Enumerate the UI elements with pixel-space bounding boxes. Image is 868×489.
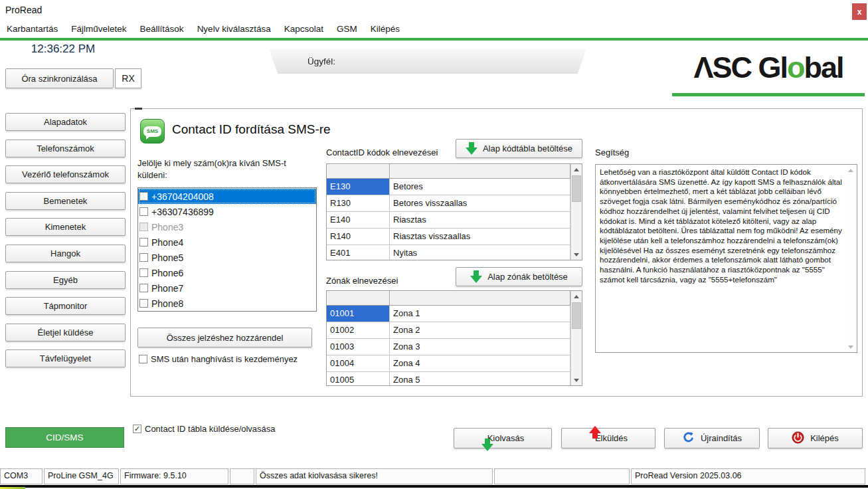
client-label: Ügyfél: bbox=[307, 56, 335, 66]
scroll-down-button[interactable] bbox=[845, 342, 856, 352]
menu-item-gsm[interactable]: GSM bbox=[330, 20, 364, 38]
phone-label: Phone5 bbox=[151, 252, 183, 263]
scrollbar-thumb[interactable] bbox=[572, 175, 581, 202]
phone-list-item[interactable]: Phone3 bbox=[138, 219, 316, 235]
table-row[interactable]: 01005Zona 5 bbox=[327, 372, 570, 385]
scroll-up-button[interactable] bbox=[571, 291, 582, 302]
name-cell[interactable]: Zona 4 bbox=[390, 355, 570, 372]
phone-list-item[interactable]: Phone6 bbox=[138, 265, 316, 280]
assign-all-button[interactable]: Összes jelzéshez hozzárendel bbox=[137, 328, 312, 347]
footer-button-újraindítás[interactable]: Újraindítás bbox=[664, 428, 760, 448]
sidebar-item-távfelügyelet[interactable]: Távfelügyelet bbox=[5, 349, 126, 367]
clock-sync-button[interactable]: Óra szinkronizálása bbox=[5, 68, 114, 88]
cid-codes-table[interactable]: E130BetoresR130Betores visszaallasE140Ri… bbox=[326, 163, 582, 260]
menu-item-beállítások[interactable]: Beállítások bbox=[133, 20, 191, 38]
phone-list-item[interactable]: +36307436899 bbox=[138, 204, 316, 219]
load-default-codes-button[interactable]: Alap kódtábla betöltése bbox=[456, 139, 582, 158]
phone-list-item[interactable]: Phone8 bbox=[138, 296, 316, 311]
name-cell[interactable]: Nyitas bbox=[390, 245, 570, 260]
code-cell[interactable]: 01002 bbox=[327, 322, 390, 339]
sidebar-item-egyéb[interactable]: Egyéb bbox=[5, 271, 126, 289]
code-cell[interactable]: 01004 bbox=[327, 355, 390, 372]
table-row[interactable]: R140Riasztas visszaallas bbox=[327, 229, 570, 245]
phone-list-item[interactable]: Phone5 bbox=[138, 250, 316, 265]
code-cell[interactable]: 01005 bbox=[327, 372, 390, 385]
checkbox-icon[interactable] bbox=[139, 238, 148, 246]
sidebar-item-tápmonitor[interactable]: Tápmonitor bbox=[5, 297, 126, 315]
voice-call-checkbox[interactable]: SMS után hanghívást is kezdeményez bbox=[139, 354, 298, 364]
checkbox-icon[interactable] bbox=[139, 284, 148, 292]
checkbox-checked-icon[interactable]: ✓ bbox=[133, 425, 141, 433]
table-row[interactable]: E401Nyitas bbox=[327, 245, 570, 260]
name-cell[interactable]: Betores bbox=[390, 179, 570, 195]
scroll-down-button[interactable] bbox=[571, 375, 582, 385]
code-cell[interactable]: 01003 bbox=[327, 339, 390, 355]
code-cell[interactable]: E130 bbox=[327, 179, 390, 195]
name-cell[interactable]: Zona 5 bbox=[390, 372, 570, 385]
checkbox-icon[interactable] bbox=[139, 192, 148, 201]
scrollbar-thumb[interactable] bbox=[572, 302, 581, 329]
name-cell[interactable]: Riasztas bbox=[390, 212, 570, 229]
table-row[interactable]: E130Betores bbox=[327, 179, 570, 195]
zones-table-scrollbar[interactable] bbox=[570, 291, 582, 385]
name-cell[interactable]: Zona 1 bbox=[390, 306, 570, 322]
code-cell[interactable]: R140 bbox=[327, 229, 390, 245]
table-row[interactable]: 01003Zona 3 bbox=[327, 339, 570, 355]
footer-button-label: Újraindítás bbox=[701, 433, 742, 443]
table-row[interactable]: 01004Zona 4 bbox=[327, 355, 570, 372]
sidebar-item-kimenetek[interactable]: Kimenetek bbox=[5, 218, 126, 236]
menu-item-kapcsolat[interactable]: Kapcsolat bbox=[278, 20, 330, 38]
phone-list-item[interactable]: +36704204008 bbox=[138, 189, 316, 204]
sidebar-item-hangok[interactable]: Hangok bbox=[5, 244, 126, 262]
checkbox-icon[interactable] bbox=[139, 268, 148, 277]
code-cell[interactable]: R130 bbox=[327, 195, 390, 212]
zones-table[interactable]: 01001Zona 101002Zona 201003Zona 301004Zo… bbox=[326, 290, 582, 386]
menu-item-karbantartás[interactable]: Karbantartás bbox=[0, 20, 64, 38]
footer-button-kiolvasás[interactable]: Kiolvasás bbox=[454, 428, 552, 448]
sidebar-item-telefonszámok[interactable]: Telefonszámok bbox=[5, 140, 126, 157]
cid-table-scrollbar[interactable] bbox=[570, 164, 582, 260]
sidebar-item-alapadatok[interactable]: Alapadatok bbox=[5, 113, 126, 131]
menu-item-nyelv-kiválasztása[interactable]: Nyelv kiválasztása bbox=[191, 20, 278, 38]
table-row[interactable]: 01001Zona 1 bbox=[327, 306, 570, 322]
code-cell[interactable]: 01001 bbox=[327, 306, 390, 322]
cid-table-send-checkbox[interactable]: ✓ Contact ID tábla küldése/olvasása bbox=[133, 424, 276, 434]
cid-table-send-label: Contact ID tábla küldése/olvasása bbox=[145, 424, 276, 434]
menu-item-kilépés[interactable]: Kilépés bbox=[364, 20, 406, 38]
name-cell[interactable]: Betores visszaallas bbox=[390, 195, 570, 212]
name-cell[interactable]: Riasztas visszaallas bbox=[390, 229, 570, 245]
phone-list-item[interactable]: Phone7 bbox=[138, 280, 316, 296]
footer-button-kilépés[interactable]: Kilépés bbox=[768, 428, 863, 448]
table-row[interactable]: E140Riasztas bbox=[327, 212, 570, 229]
footer-button-elküldés[interactable]: Elküldés bbox=[561, 428, 655, 448]
menu-item-fájlműveletek[interactable]: Fájlműveletek bbox=[64, 20, 133, 38]
blue-restart-icon bbox=[682, 431, 695, 446]
table-row[interactable]: 01002Zona 2 bbox=[327, 322, 570, 339]
scroll-down-button[interactable] bbox=[571, 249, 582, 260]
phone-list[interactable]: +36704204008+36307436899Phone3Phone4Phon… bbox=[137, 187, 317, 312]
sidebar-item-életjel-küldése[interactable]: Életjel küldése bbox=[5, 324, 126, 342]
red-power-icon bbox=[792, 431, 804, 446]
code-cell[interactable]: E140 bbox=[327, 212, 390, 229]
close-icon[interactable]: x bbox=[852, 3, 867, 20]
checkbox-icon[interactable] bbox=[139, 223, 148, 231]
checkbox-icon[interactable] bbox=[139, 355, 147, 363]
sidebar-item-bemenetek[interactable]: Bemenetek bbox=[5, 192, 126, 210]
green-down-arrow-icon bbox=[466, 142, 477, 155]
load-default-zones-button[interactable]: Alap zónák betöltése bbox=[456, 267, 582, 286]
checkbox-icon[interactable] bbox=[139, 299, 148, 308]
scroll-up-button[interactable] bbox=[845, 165, 856, 175]
scroll-up-button[interactable] bbox=[571, 164, 582, 175]
help-scrollbar[interactable] bbox=[845, 165, 857, 352]
checkbox-icon[interactable] bbox=[139, 207, 148, 216]
table-row[interactable]: R130Betores visszaallas bbox=[327, 195, 570, 212]
footer-button-label: Kiolvasás bbox=[487, 433, 525, 443]
checkbox-icon[interactable] bbox=[139, 253, 148, 262]
sidebar-item-vezérlő-telefonszámok[interactable]: Vezérlő telefonszámok bbox=[5, 165, 126, 183]
name-cell[interactable]: Zona 2 bbox=[390, 322, 570, 339]
client-banner: Ügyfél: bbox=[269, 49, 586, 74]
phone-list-item[interactable]: Phone4 bbox=[138, 235, 316, 250]
name-cell[interactable]: Zona 3 bbox=[390, 339, 570, 355]
cid-sms-tab-button[interactable]: CID/SMS bbox=[5, 427, 124, 448]
code-cell[interactable]: E401 bbox=[327, 245, 390, 260]
